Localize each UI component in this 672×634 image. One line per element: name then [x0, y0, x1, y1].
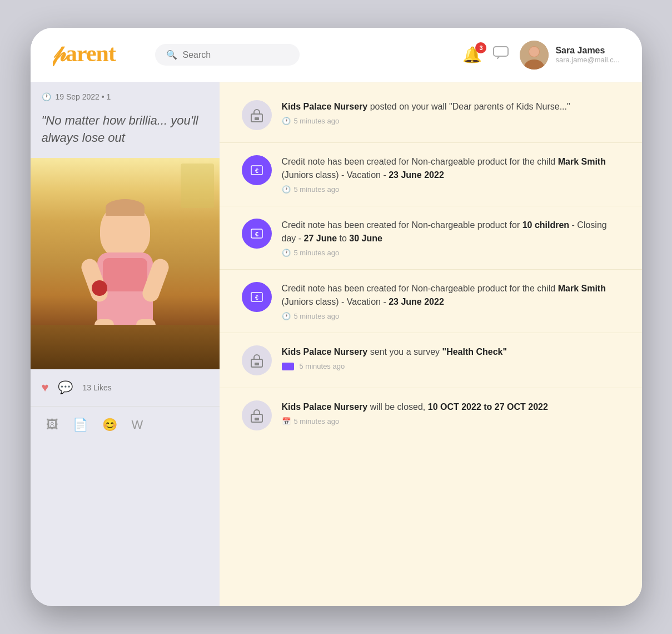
survey-icon [282, 363, 294, 370]
notif-content-6: Kids Palace Nursery will be closed, 10 O… [282, 400, 620, 425]
notif-text-4: Credit note has been created for Non-cha… [282, 282, 620, 309]
feed-panel: 🕐 19 Sep 2022 • 1 "No matter how brillia… [31, 82, 220, 606]
notif-time-1: 🕐 5 minutes ago [282, 117, 620, 125]
notif-time-2: 🕐 5 minutes ago [282, 185, 620, 194]
search-icon: 🔍 [166, 49, 177, 60]
notif-text-6: Kids Palace Nursery will be closed, 10 O… [282, 400, 620, 414]
user-name: Sara James [555, 46, 619, 56]
svg-rect-15 [255, 363, 259, 365]
svg-point-5 [529, 47, 539, 57]
search-bar[interactable]: 🔍 [155, 44, 300, 66]
clock-icon-1: 🕐 [282, 117, 291, 125]
clock-icon-4: 🕐 [282, 312, 291, 320]
likes-count: 13 Likes [83, 383, 112, 392]
notif-time-5: 5 minutes ago [282, 362, 620, 370]
notif-item-4: € Credit note has been created for Non-c… [220, 270, 642, 333]
user-profile[interactable]: Sara James sara.jame@mail.c... [520, 41, 619, 70]
clock-icon-2: 🕐 [282, 185, 291, 194]
notif-content-2: Credit note has been created for Non-cha… [282, 155, 620, 194]
document-button[interactable]: 📄 [68, 415, 92, 434]
avatar [520, 41, 549, 70]
device-frame: 𝓅arent 🔍 🔔 3 [31, 28, 642, 606]
feed-date: 🕐 19 Sep 2022 • 1 [31, 82, 220, 107]
notif-content-3: Credit note has been created for Non-cha… [282, 219, 620, 257]
notif-content-1: Kids Palace Nursery posted on your wall … [282, 100, 620, 125]
notif-text-5: Kids Palace Nursery sent you a survey "H… [282, 345, 620, 359]
user-email: sara.jame@mail.c... [555, 56, 619, 64]
notif-avatar-5 [242, 345, 272, 375]
notif-avatar-1 [242, 100, 272, 130]
comment-button[interactable]: 💬 [58, 380, 73, 395]
feed-image [31, 158, 220, 369]
svg-text:€: € [255, 231, 258, 237]
chat-button[interactable] [493, 46, 509, 63]
notif-avatar-3: € [242, 219, 272, 249]
notif-avatar-4: € [242, 282, 272, 312]
notifications-panel: Kids Palace Nursery posted on your wall … [220, 82, 642, 606]
notif-item-3: € Credit note has been created for Non-c… [220, 206, 642, 270]
svg-rect-7 [255, 117, 259, 120]
notif-item-1: Kids Palace Nursery posted on your wall … [220, 88, 642, 143]
more-button[interactable]: W [127, 415, 148, 434]
svg-rect-17 [255, 418, 259, 420]
feed-toolbar: 🖼 📄 😊 W [31, 406, 220, 445]
svg-text:€: € [255, 294, 258, 301]
header: 𝓅arent 🔍 🔔 3 [31, 28, 642, 82]
notif-item-5: Kids Palace Nursery sent you a survey "H… [220, 333, 642, 388]
notif-text-1: Kids Palace Nursery posted on your wall … [282, 100, 620, 113]
feed-quote: "No matter how brillia... you'll always … [31, 107, 220, 158]
notif-text-2: Credit note has been created for Non-cha… [282, 155, 620, 182]
notif-time-6: 📅 5 minutes ago [282, 417, 620, 425]
notif-item-2: € Credit note has been created for Non-c… [220, 143, 642, 206]
logo: 𝓅arent [53, 38, 142, 72]
image-button[interactable]: 🖼 [42, 415, 63, 434]
notif-content-4: Credit note has been created for Non-cha… [282, 282, 620, 320]
emoji-button[interactable]: 😊 [98, 415, 122, 434]
search-input[interactable] [183, 50, 272, 60]
chat-icon [493, 46, 509, 60]
main-content: 🕐 19 Sep 2022 • 1 "No matter how brillia… [31, 82, 642, 606]
notif-time-4: 🕐 5 minutes ago [282, 312, 620, 320]
user-info: Sara James sara.jame@mail.c... [555, 46, 619, 64]
nav-icons: 🔔 3 [462, 41, 619, 70]
notif-avatar-6 [242, 400, 272, 430]
notif-content-5: Kids Palace Nursery sent you a survey "H… [282, 345, 620, 370]
notification-bell-button[interactable]: 🔔 3 [462, 46, 482, 64]
notif-avatar-2: € [242, 155, 272, 185]
svg-text:€: € [255, 167, 258, 174]
feed-actions: ♥ 💬 13 Likes [31, 369, 220, 406]
notif-time-3: 🕐 5 minutes ago [282, 249, 620, 257]
calendar-icon: 📅 [282, 417, 291, 425]
clock-icon-3: 🕐 [282, 249, 291, 257]
svg-rect-1 [494, 47, 508, 56]
svg-text:𝓅arent: 𝓅arent [53, 41, 116, 67]
notif-item-6: Kids Palace Nursery will be closed, 10 O… [220, 388, 642, 443]
notif-text-3: Credit note has been created for Non-cha… [282, 219, 620, 245]
like-button[interactable]: ♥ [42, 380, 49, 395]
notification-badge: 3 [475, 42, 486, 53]
clock-icon: 🕐 [42, 92, 51, 101]
